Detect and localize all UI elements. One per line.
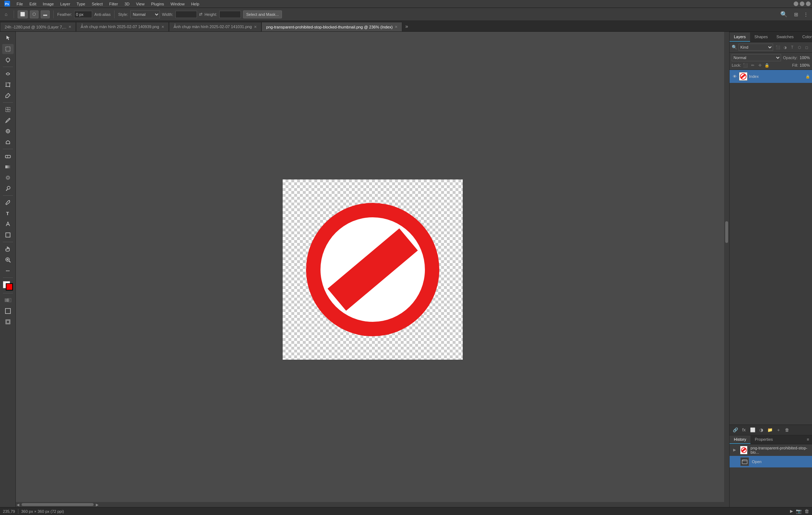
zoom-tool[interactable] [2,255,14,265]
quick-mask-mode[interactable] [2,295,14,305]
layout-icon[interactable]: ⊞ [793,12,800,17]
blur-tool[interactable] [2,173,14,183]
settings-icon[interactable]: ⋮ [802,12,810,17]
width-input[interactable] [175,11,197,18]
new-group-button[interactable]: 📁 [766,426,773,434]
type-tool[interactable]: T [2,208,14,218]
menu-layer[interactable]: Layer [57,1,73,7]
lock-artboards-icon[interactable]: ✛ [757,62,763,68]
layers-search-icon[interactable]: 🔍 [732,45,737,50]
history-options-icon[interactable]: ≡ [804,435,812,444]
history-tab-history[interactable]: History [730,435,750,444]
status-trash-icon[interactable]: 🗑 [804,509,809,514]
marquee-tool[interactable] [2,44,14,54]
eraser-tool[interactable] [2,151,14,161]
kind-type-icon[interactable]: T [789,44,795,50]
height-input[interactable] [219,11,241,18]
close-button[interactable] [806,1,811,6]
menu-window[interactable]: Window [168,1,188,7]
brush-tool[interactable] [2,115,14,125]
history-brush-tool[interactable] [2,137,14,147]
new-layer-button[interactable]: ＋ [775,426,782,434]
shape-tool[interactable] [2,230,14,240]
swap-icon[interactable]: ⇄ [199,12,202,17]
lock-position-icon[interactable]: ✏ [750,62,755,68]
patch-tool[interactable] [2,105,14,115]
kind-adjust-icon[interactable]: ◑ [782,44,788,50]
lasso-tool[interactable] [2,55,14,65]
foreground-background-colors[interactable] [2,280,14,291]
artboard-mode[interactable] [2,317,14,327]
status-arrow-right[interactable]: ▶ [790,509,793,514]
panel-tab-shapes[interactable]: Shapes [750,32,772,42]
history-item-open[interactable]: Open [730,456,812,467]
search-icon[interactable]: 🔍 [777,11,790,18]
menu-help[interactable]: Help [188,1,202,7]
menu-edit[interactable]: Edit [27,1,39,7]
kind-pixel-icon[interactable]: ⬛ [775,44,781,50]
vertical-scrollbar[interactable] [724,32,729,502]
add-mask-button[interactable]: ⬜ [749,426,756,434]
layer-visibility-icon[interactable]: 👁 [732,74,737,79]
hand-tool[interactable] [2,244,14,254]
layers-kind-select[interactable]: Kind Name Effect Mode Attribute Color [739,44,773,51]
lock-pixels-icon[interactable]: ⬛ [743,62,748,68]
tab-0[interactable]: 24h -1280.psd @ 100% (Layer 7,... ✕ [0,22,76,31]
tab-3[interactable]: png-transparent-prohibited-stop-blocked-… [261,22,402,31]
marquee-single-row-icon[interactable]: ▬ [41,10,50,18]
menu-select[interactable]: Select [89,1,106,7]
scroll-left-icon[interactable]: ◀ [16,503,20,507]
menu-view[interactable]: View [133,1,148,7]
gradient-tool[interactable] [2,162,14,172]
tab-1[interactable]: Ảnh chụp màn hình 2025-02-07 140939.png … [76,22,169,31]
link-layers-button[interactable]: 🔗 [732,426,739,434]
menu-plugins[interactable]: Plugins [148,1,167,7]
home-icon[interactable]: ⌂ [2,10,10,18]
scroll-right-icon[interactable]: ▶ [95,503,99,507]
menu-3d[interactable]: 3D [122,1,133,7]
marquee-ellipse-icon[interactable]: ⬡ [30,10,39,18]
canvas-area[interactable]: ◀ ▶ [16,32,729,507]
horizontal-scrollbar-thumb[interactable] [22,503,94,506]
blend-mode-select[interactable]: Normal Dissolve Multiply Screen Overlay [732,54,781,61]
horizontal-scrollbar[interactable]: ◀ ▶ [16,502,729,507]
vertical-scrollbar-thumb[interactable] [725,221,728,243]
tab-2[interactable]: Ảnh chụp màn hình 2025-02-07 141031.png … [169,22,261,31]
tab-2-close[interactable]: ✕ [254,25,257,29]
menu-ps[interactable]: Ps [1,0,13,8]
dodge-tool[interactable] [2,183,14,194]
new-fill-layer-button[interactable]: ◑ [758,426,765,434]
opacity-value[interactable]: 100% [800,56,810,60]
tab-0-close[interactable]: ✕ [68,25,71,29]
crop-tool[interactable] [2,80,14,90]
kind-shape-icon[interactable]: ⬡ [796,44,803,50]
delete-layer-button[interactable]: 🗑 [784,426,791,434]
tab-1-close[interactable]: ✕ [161,25,164,29]
menu-image[interactable]: Image [40,1,57,7]
tabs-overflow-icon[interactable]: » [402,23,411,29]
menu-filter[interactable]: Filter [106,1,121,7]
panel-tab-color[interactable]: Color [798,32,812,42]
menu-file[interactable]: File [14,1,26,7]
kind-smart-icon[interactable]: ◻ [803,44,810,50]
move-tool[interactable] [2,33,14,43]
add-layer-style-button[interactable]: fx [740,426,748,434]
menu-type[interactable]: Type [74,1,88,7]
panel-tab-swatches[interactable]: Swatches [772,32,798,42]
path-selection-tool[interactable] [2,219,14,229]
pen-tool[interactable] [2,197,14,208]
history-tab-properties[interactable]: Properties [750,435,777,444]
feather-input[interactable] [74,11,92,18]
eyedropper-tool[interactable] [2,90,14,101]
screen-mode[interactable] [2,306,14,316]
style-select[interactable]: Normal Fixed Ratio Fixed Size [130,10,160,18]
quick-select-tool[interactable] [2,69,14,79]
maximize-button[interactable] [800,1,804,6]
status-screenshot-icon[interactable]: 📷 [796,509,802,514]
minimize-button[interactable] [794,1,798,6]
panel-tab-layers[interactable]: Layers [730,32,750,42]
fill-value[interactable]: 100% [800,63,810,67]
history-item-snapshot[interactable]: png-transparent-prohibited-stop-blo... [730,444,812,456]
marquee-rect-icon[interactable]: ⬜ [18,10,28,18]
tab-3-close[interactable]: ✕ [395,25,398,29]
